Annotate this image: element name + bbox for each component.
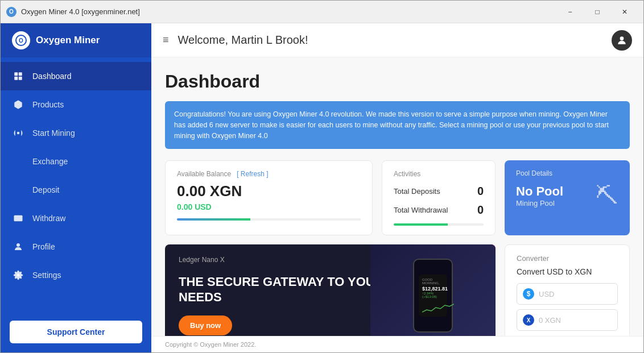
products-icon (12, 98, 24, 111)
pool-label: Pool Details (516, 169, 618, 177)
main-content: ≡ Welcome, Martin L Brook! Dashboard Con… (151, 23, 643, 352)
cards-row: Available Balance [ Refresh ] 0.00 XGN 0… (165, 160, 630, 235)
svg-rect-7 (14, 215, 23, 222)
dashboard-icon (12, 70, 24, 82)
ad-cta-button[interactable]: Buy now (179, 315, 232, 335)
deposits-label: Total Deposits (394, 187, 440, 196)
pool-name: No Pool (516, 184, 563, 199)
svg-point-8 (16, 243, 20, 247)
logo-icon: O (12, 31, 30, 49)
support-center-button[interactable]: Support Center (10, 321, 142, 343)
sidebar-item-profile[interactable]: Profile (1, 232, 151, 261)
sidebar-label-mining: Start Mining (32, 128, 75, 138)
activity-row-withdrawal: Total Withdrawal 0 (394, 204, 484, 217)
activities-bar-fill (394, 223, 448, 226)
phone-mockup: GOOD MORNING, $12,821.81 ↑2.34% (+$13:08… (413, 259, 453, 333)
deposit-icon (12, 184, 24, 196)
ad-card: Sponsor Ledger Nano X THE SECURE GATEWAY… (165, 244, 496, 336)
svg-rect-4 (14, 77, 18, 80)
window-controls: − □ ✕ (557, 3, 638, 21)
usd-placeholder: USD (539, 290, 554, 298)
page-title: Dashboard (165, 71, 630, 92)
phone-greeting: GOOD MORNING, (422, 278, 444, 285)
deposits-value: 0 (477, 185, 484, 198)
sidebar-item-products[interactable]: Products (1, 90, 151, 119)
refresh-link[interactable]: [ Refresh ] (237, 170, 268, 178)
svg-rect-5 (19, 77, 22, 80)
sidebar-item-dashboard[interactable]: Dashboard (1, 62, 151, 90)
sidebar-nav: Dashboard Products Start Mining (1, 57, 151, 312)
minimize-button[interactable]: − (557, 3, 583, 21)
pool-info: No Pool Mining Pool (516, 184, 563, 207)
svg-point-6 (17, 132, 20, 135)
usd-icon: $ (523, 288, 534, 300)
balance-progress-bar (177, 218, 361, 221)
xgn-icon: X (523, 314, 534, 326)
converter-section-title: Converter (517, 254, 618, 263)
pool-card: Pool Details No Pool Mining Pool ⛏ (505, 160, 630, 235)
balance-label: Available Balance [ Refresh ] (177, 170, 361, 178)
maximize-button[interactable]: □ (584, 3, 610, 21)
phone-change: ↑2.34% (+$13:08) (422, 292, 444, 298)
pool-content: No Pool Mining Pool ⛏ (516, 183, 618, 209)
sidebar-label-settings: Settings (32, 271, 61, 280)
notice-box: Congratulations! You are using Oxygen Mi… (165, 101, 630, 149)
sidebar-label-deposit: Deposit (32, 185, 59, 194)
converter-card: Converter Convert USD to XGN $ USD X 0 X… (505, 244, 630, 336)
sidebar-item-withdraw[interactable]: Withdraw (1, 204, 151, 232)
mini-chart (422, 302, 444, 313)
sidebar-item-settings[interactable]: Settings (1, 261, 151, 289)
logo-text: Oxygen Miner (36, 35, 100, 46)
window-title: Oxygen Miner 4.0 [oxygenminer.net] (21, 7, 557, 16)
pool-sub: Mining Pool (516, 199, 563, 207)
activities-card: Activities Total Deposits 0 Total Withdr… (382, 160, 496, 235)
svg-rect-3 (19, 72, 22, 76)
sidebar-logo: O Oxygen Miner (1, 23, 151, 57)
usd-input-row[interactable]: $ USD (517, 283, 618, 305)
phone-balance: $12,821.81 (422, 286, 444, 292)
pickaxe-icon: ⛏ (596, 183, 618, 209)
svg-text:O: O (19, 38, 23, 44)
sidebar-item-exchange[interactable]: Exchange (1, 147, 151, 176)
withdrawal-value: 0 (477, 204, 484, 217)
withdraw-icon (12, 212, 24, 225)
settings-icon (12, 269, 24, 281)
mining-icon (12, 127, 24, 139)
sidebar-item-deposit[interactable]: Deposit (1, 176, 151, 204)
app-body: O Oxygen Miner Dashboard (1, 23, 643, 352)
ad-graphic: GOOD MORNING, $12,821.81 ↑2.34% (+$13:08… (370, 244, 496, 336)
sidebar: O Oxygen Miner Dashboard (1, 23, 151, 352)
menu-icon[interactable]: ≡ (163, 34, 169, 46)
balance-bar-fill (177, 218, 250, 221)
bottom-row: Sponsor Ledger Nano X THE SECURE GATEWAY… (165, 244, 630, 336)
sidebar-label-withdraw: Withdraw (32, 214, 65, 223)
profile-icon (12, 240, 24, 253)
sidebar-label-products: Products (32, 100, 64, 109)
sidebar-label-exchange: Exchange (32, 157, 68, 166)
app-window: O Oxygen Miner 4.0 [oxygenminer.net] − □… (0, 0, 644, 353)
activity-row-deposits: Total Deposits 0 (394, 185, 484, 198)
copyright: Copyright © Oxygen Miner 2022. (151, 336, 643, 352)
sidebar-label-profile: Profile (32, 242, 55, 251)
close-button[interactable]: ✕ (612, 3, 638, 21)
svg-rect-2 (14, 72, 18, 76)
sidebar-footer: Support Center (1, 312, 151, 352)
converter-label: Convert USD to XGN (517, 267, 618, 276)
balance-usd: 0.00 USD (177, 202, 361, 211)
balance-card: Available Balance [ Refresh ] 0.00 XGN 0… (165, 160, 373, 235)
withdrawal-label: Total Withdrawal (394, 206, 448, 214)
sidebar-item-start-mining[interactable]: Start Mining (1, 119, 151, 147)
titlebar: O Oxygen Miner 4.0 [oxygenminer.net] − □… (1, 1, 643, 23)
activities-progress-bar (394, 223, 484, 226)
app-icon: O (6, 7, 16, 17)
welcome-message: Welcome, Martin L Brook! (178, 34, 612, 47)
activities-title: Activities (394, 170, 484, 178)
exchange-icon (12, 155, 24, 168)
sidebar-label-dashboard: Dashboard (32, 72, 72, 81)
phone-screen: GOOD MORNING, $12,821.81 ↑2.34% (+$13:08… (419, 275, 447, 317)
balance-amount: 0.00 XGN (177, 182, 361, 200)
user-avatar[interactable] (612, 30, 632, 51)
xgn-input-row[interactable]: X 0 XGN (517, 309, 618, 331)
xgn-placeholder: 0 XGN (539, 316, 561, 325)
svg-point-10 (620, 36, 624, 40)
